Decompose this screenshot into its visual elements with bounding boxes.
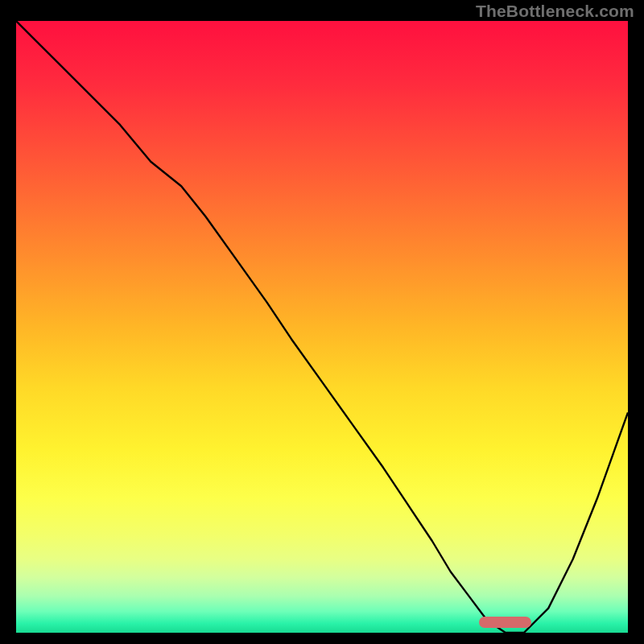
plot-area <box>16 21 628 633</box>
optimal-range-marker <box>479 617 531 628</box>
curve-layer <box>16 21 628 633</box>
watermark-text: TheBottleneck.com <box>476 2 634 21</box>
chart-stage: TheBottleneck.com <box>0 0 644 644</box>
bottleneck-curve <box>16 21 628 633</box>
